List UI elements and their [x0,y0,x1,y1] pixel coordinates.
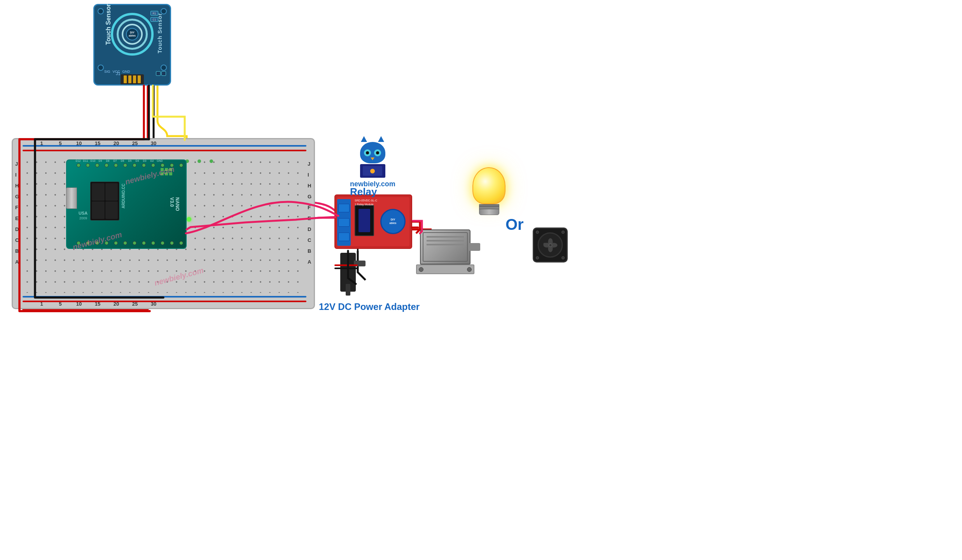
bot-col-30: 30 [144,301,163,307]
row-right-g: G [308,191,311,202]
row-right-c: C [308,235,311,246]
pin-gnd: GND [157,159,162,162]
row-e: E [15,213,19,224]
gnd-label: GND [122,70,130,74]
col-num-10: 10 [70,140,88,146]
bot-col-1: 1 [32,301,51,307]
newbiely-logo: newbiely.com [350,136,395,188]
diy-logo: DIYables [129,31,136,37]
relay-spec: 1 Relay Module [355,203,374,206]
arduino-nano: ARDUINO.CC NANOV3.0 D12 D11 D10 D9 D8 D7 [66,159,187,249]
bot-col-5: 5 [51,301,70,307]
row-i: I [15,170,19,180]
bot-col-20: 20 [107,301,126,307]
row-b: B [15,246,19,257]
row-f: F [15,202,19,213]
main-container: 1 5 10 15 20 25 30 J I H G F E D C B A 1… [0,0,962,560]
pin-d10: D10 [90,159,96,162]
sig-label: SIG [104,70,110,74]
col-num-5: 5 [51,140,70,146]
bot-col-15: 15 [88,301,107,307]
arduino-model: NANOV3.0 [169,197,180,211]
row-right-i: I [308,170,311,180]
row-right-h: H [308,180,311,191]
vcc-label: VCC [113,70,120,74]
solenoid-valve [420,229,471,274]
pin-d2: D2 [149,159,155,162]
row-right-j: J [308,159,311,170]
row-right-d: D [308,224,311,235]
row-right-a: A [308,257,311,268]
newbiely-url: newbiely.com [350,180,395,188]
col-num-1: 1 [32,140,51,146]
pin-d3: D3 [142,159,147,162]
pin-d6: D6 [120,159,125,162]
col-num-25: 25 [126,140,144,146]
row-right-e: E [308,213,311,224]
row-right-f: F [308,202,311,213]
row-j: J [15,159,19,170]
fan [533,228,568,262]
col-num-30: 30 [144,140,163,146]
bot-col-10: 10 [70,301,88,307]
pin-d7: D7 [112,159,118,162]
row-a: A [15,257,19,268]
relay-module: DIYables SRD-05VDC-SL-C 1 Relay Module [334,194,412,249]
row-h: H [15,180,19,191]
r1-label: R1 [153,12,156,15]
row-right-b: B [308,246,311,257]
arduino-brand: ARDUINO.CC [121,184,126,208]
pin-d4: D4 [135,159,140,162]
col-num-15: 15 [88,140,107,146]
bot-col-25: 25 [126,301,144,307]
row-d: D [15,224,19,235]
light-bulb [472,167,505,215]
relay-model-text: SRD-05VDC-SL-C [355,199,377,202]
relay-diy-logo: DIYables [390,218,397,225]
pin-d12: D12 [75,159,81,162]
c1-label: C1 [153,18,156,21]
pin-d5: D5 [127,159,133,162]
power-adapter-label: 12V DC Power Adapter [319,301,420,312]
arduino-usa: USA [79,211,87,215]
touch-sensor: DIYables Touch Sensor J1 SIG VCC [93,4,171,86]
arduino-year: 2009 [79,216,87,220]
pin-d11: D11 [83,159,88,162]
pin-d8: D8 [105,159,110,162]
or-label: Or [505,216,524,233]
row-c: C [15,235,19,246]
row-g: G [15,191,19,202]
power-adapter [340,253,356,293]
pin-d9: D9 [98,159,103,162]
col-num-20: 20 [107,140,126,146]
